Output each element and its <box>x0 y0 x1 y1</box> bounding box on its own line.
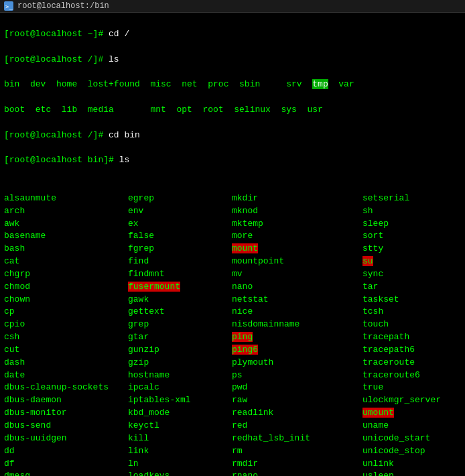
cell: egrep <box>128 192 232 205</box>
cell: red <box>232 420 362 432</box>
cell: find <box>128 255 232 268</box>
cell: chmod <box>4 281 128 294</box>
cell: sh <box>362 205 461 218</box>
cell: raw <box>232 394 362 407</box>
cell: dbus-send <box>4 420 128 432</box>
cell: kill <box>128 432 232 445</box>
ls-root-row1: bin dev home lost+found misc net proc sb… <box>4 78 461 91</box>
cell: date <box>4 369 128 382</box>
cell: cut <box>4 344 128 357</box>
cell: env <box>128 205 232 218</box>
fusermount-highlight: fusermount <box>128 282 180 292</box>
cell: usleep <box>362 470 461 476</box>
cell: mktemp <box>232 218 362 231</box>
cell: ps <box>232 369 362 382</box>
cell: redhat_lsb_init <box>232 432 362 445</box>
cell: ex <box>128 218 232 231</box>
cell: ipcalc <box>128 381 232 394</box>
cell: touch <box>362 318 461 331</box>
cell: mknod <box>232 205 362 218</box>
cell: chown <box>4 294 128 306</box>
cell: setserial <box>362 192 461 205</box>
ping6-highlight: ping6 <box>232 345 258 355</box>
cell: hostname <box>128 369 232 382</box>
cell: fusermount <box>128 281 232 294</box>
cell: unicode_stop <box>362 445 461 458</box>
ls-bin-grid: alsaunmuteegrepmkdirsetserial archenvmkn… <box>4 192 461 476</box>
cell: plymouth <box>232 357 362 369</box>
title-label: root@localhost:/bin <box>17 1 109 11</box>
cell: gawk <box>128 294 232 306</box>
title-bar: >_ root@localhost:/bin <box>0 0 465 13</box>
cell: keyctl <box>128 420 232 432</box>
cell: false <box>128 230 232 243</box>
cell: mv <box>232 268 362 281</box>
cell: kbd_mode <box>128 407 232 420</box>
cell: unlink <box>362 458 461 471</box>
cell: nisdomainname <box>232 318 362 331</box>
cell: rnano <box>232 470 362 476</box>
terminal-icon: >_ <box>4 1 13 11</box>
terminal-content: [root@localhost ~]# cd / [root@localhost… <box>4 15 461 476</box>
cell: netstat <box>232 294 362 306</box>
cell: chgrp <box>4 268 128 281</box>
cell: sort <box>362 230 461 243</box>
cmd-line-4: [root@localhost bin]# ls <box>4 154 461 167</box>
cell: nano <box>232 281 362 294</box>
cell: gunzip <box>128 344 232 357</box>
cell: mount <box>232 243 362 255</box>
ping-highlight: ping <box>232 332 253 342</box>
cell: stty <box>362 243 461 255</box>
cell: link <box>128 445 232 458</box>
cell: su <box>362 255 461 268</box>
cell: awk <box>4 218 128 231</box>
cell: pwd <box>232 381 362 394</box>
cell: mkdir <box>232 192 362 205</box>
cell: sync <box>362 268 461 281</box>
cell: alsaunmute <box>4 192 128 205</box>
cell: true <box>362 381 461 394</box>
cell: bash <box>4 243 128 255</box>
cell: readlink <box>232 407 362 420</box>
cell: sleep <box>362 218 461 231</box>
prompt-1: [root@localhost ~]# <box>4 29 109 39</box>
cell: traceroute6 <box>362 369 461 382</box>
cell: taskset <box>362 294 461 306</box>
cell: traceroute <box>362 357 461 369</box>
cell: dmesg <box>4 470 128 476</box>
cell: dbus-monitor <box>4 407 128 420</box>
cmd-line-2: [root@localhost /]# ls <box>4 54 461 66</box>
cell: rmdir <box>232 458 362 471</box>
cell: rm <box>232 445 362 458</box>
cell: dbus-uuidgen <box>4 432 128 445</box>
cmd-line-3: [root@localhost /]# cd bin <box>4 129 461 142</box>
cell: nice <box>232 306 362 318</box>
prompt-3: [root@localhost /]# <box>4 130 109 140</box>
cell: findmnt <box>128 268 232 281</box>
cell: df <box>4 458 128 471</box>
cell: gtar <box>128 331 232 344</box>
cmd-line-1: [root@localhost ~]# cd / <box>4 28 461 41</box>
cell: cpio <box>4 318 128 331</box>
cell: cp <box>4 306 128 318</box>
cell: dbus-cleanup-sockets <box>4 381 128 394</box>
cell: umount <box>362 407 461 420</box>
prompt-2: [root@localhost /]# <box>4 54 109 64</box>
cell: mountpoint <box>232 255 362 268</box>
svg-text:>_: >_ <box>5 3 13 10</box>
cell: uname <box>362 420 461 432</box>
su-highlight: su <box>362 256 373 266</box>
cell: gettext <box>128 306 232 318</box>
cell: more <box>232 230 362 243</box>
cell: ping <box>232 331 362 344</box>
cell: loadkeys <box>128 470 232 476</box>
cell: ln <box>128 458 232 471</box>
mount-highlight: mount <box>232 243 258 253</box>
cell: iptables-xml <box>128 394 232 407</box>
cell: gzip <box>128 357 232 369</box>
cell: grep <box>128 318 232 331</box>
cell: tar <box>362 281 461 294</box>
cell: dd <box>4 445 128 458</box>
ls-root-row2: boot etc lib media mnt opt root selinux … <box>4 104 461 117</box>
cell: arch <box>4 205 128 218</box>
